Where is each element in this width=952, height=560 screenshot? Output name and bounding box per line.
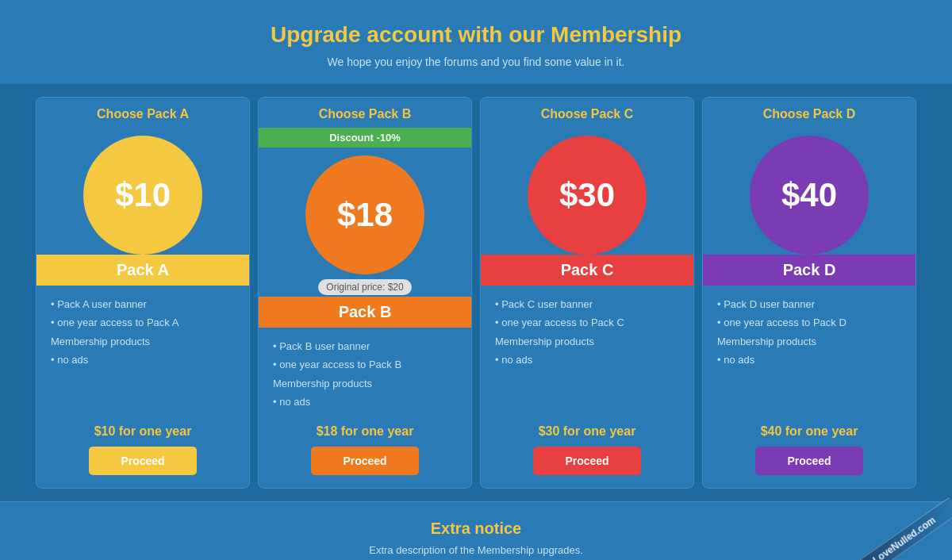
feature-item: no ads — [495, 351, 679, 369]
card-a-proceed-button[interactable]: Proceed — [89, 447, 196, 475]
page-title: Upgrade account with our Membership — [16, 22, 936, 48]
page-subtitle: We hope you enjoy the forums and you fin… — [16, 56, 936, 68]
card-a-title: Choose Pack A — [36, 98, 249, 128]
feature-item: Pack A user banner — [51, 295, 235, 313]
card-b-proceed-button[interactable]: Proceed — [311, 447, 418, 475]
card-b-title: Choose Pack B — [259, 98, 471, 128]
card-d-title: Choose Pack D — [703, 98, 916, 128]
card-a-price-highlight: $10 — [94, 424, 116, 438]
card-d-price-circle: $40 — [750, 136, 869, 255]
card-b-features: Pack B user banner one year access to Pa… — [259, 328, 471, 421]
card-c-title: Choose Pack C — [481, 98, 693, 128]
feature-item: one year access to Pack A Membership pro… — [51, 313, 235, 351]
card-pack-a: Choose Pack A $10 Pack A Pack A user ban… — [36, 97, 250, 489]
card-d-price-highlight: $40 — [761, 424, 782, 438]
feature-item: no ads — [717, 351, 901, 369]
card-c-pack-label: Pack C — [481, 255, 693, 286]
card-b-price-highlight: $18 — [317, 424, 338, 438]
card-a-price-circle: $10 — [83, 136, 202, 255]
page-header: Upgrade account with our Membership We h… — [0, 0, 952, 84]
card-b-discount-bar: Discount -10% — [259, 128, 471, 148]
card-b-price-circle: $18 — [305, 155, 424, 274]
card-c-price-circle: $30 — [528, 136, 647, 255]
footer-title: Extra notice — [16, 520, 936, 538]
feature-item: Pack B user banner — [273, 337, 457, 355]
feature-item: Pack D user banner — [717, 295, 901, 313]
cards-container: Choose Pack A $10 Pack A Pack A user ban… — [0, 84, 952, 501]
card-b-original-price: Original price: $20 — [318, 279, 411, 295]
feature-item: one year access to Pack C Membership pro… — [495, 313, 679, 351]
feature-item: no ads — [273, 393, 457, 411]
card-a-features: Pack A user banner one year access to Pa… — [36, 286, 249, 421]
card-a-pack-label: Pack A — [36, 255, 249, 286]
card-d-proceed-button[interactable]: Proceed — [755, 447, 862, 475]
card-c-price-highlight: $30 — [539, 424, 560, 438]
feature-item: one year access to Pack D Membership pro… — [717, 313, 901, 351]
card-b-price-text: $18 for one year — [317, 424, 414, 439]
footer-description: Extra description of the Membership upgr… — [16, 544, 936, 556]
card-c-features: Pack C user banner one year access to Pa… — [481, 286, 693, 421]
card-c-price-text: $30 for one year — [539, 424, 636, 439]
card-pack-d: Choose Pack D $40 Pack D Pack D user ban… — [702, 97, 916, 489]
card-pack-b: Choose Pack B Discount -10% $18 Original… — [258, 97, 472, 489]
card-c-proceed-button[interactable]: Proceed — [533, 447, 640, 475]
card-pack-c: Choose Pack C $30 Pack C Pack C user ban… — [480, 97, 694, 489]
card-d-price-text: $40 for one year — [761, 424, 858, 439]
feature-item: Pack C user banner — [495, 295, 679, 313]
feature-item: no ads — [51, 351, 235, 369]
card-d-features: Pack D user banner one year access to Pa… — [703, 286, 916, 421]
card-b-pack-label: Pack B — [259, 297, 471, 328]
card-a-price-text: $10 for one year — [94, 424, 192, 439]
feature-item: one year access to Pack B Membership pro… — [273, 355, 457, 393]
card-d-pack-label: Pack D — [703, 255, 916, 286]
page-footer: Extra notice Extra description of the Me… — [0, 501, 952, 560]
